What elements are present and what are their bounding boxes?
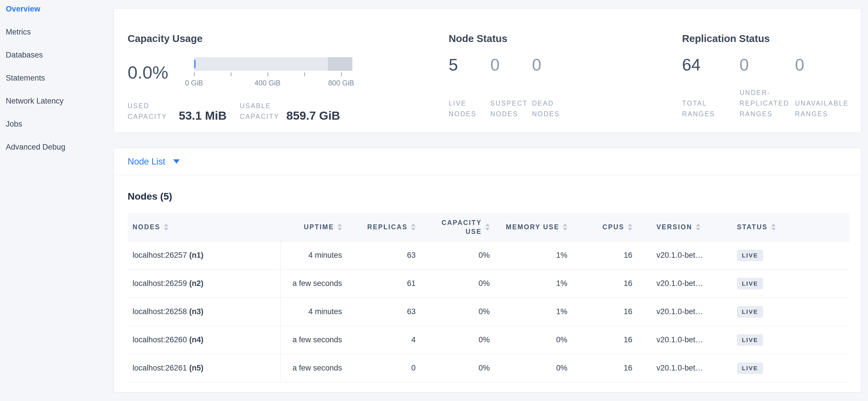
- capacity-use-cell: 0%: [423, 241, 500, 269]
- node-id: (n3): [189, 307, 204, 316]
- column-header-memory-use[interactable]: MEMORY USE: [500, 213, 578, 241]
- used-capacity-label: USED CAPACITY: [128, 101, 179, 122]
- cpus-cell: 16: [578, 298, 639, 326]
- cluster-summary-card: Capacity Usage 0.0% 0 GiB 400 GiB 800 Gi…: [114, 8, 861, 133]
- sort-icon: [771, 224, 776, 231]
- sidebar-item-metrics[interactable]: Metrics: [6, 21, 109, 44]
- table-row: localhost:26257(n1) 4 minutes 63 0% 1% 1…: [128, 241, 849, 269]
- dead-nodes-label: DEAD NODES: [532, 98, 574, 119]
- capacity-gauge: [194, 57, 352, 71]
- nodes-table-header: NODES UPTIME REPLICAS CAPACITY USE MEMOR…: [128, 213, 849, 241]
- nodes-heading: Nodes (5): [128, 191, 172, 202]
- version-cell: v20.1.0-bet…: [639, 298, 720, 326]
- memory-use-cell: 1%: [500, 269, 578, 297]
- sidebar-item-label: Overview: [6, 5, 40, 13]
- total-ranges-stat: 64 TOTAL RANGES: [682, 56, 740, 119]
- status-badge: LIVE: [737, 306, 763, 318]
- table-row: localhost:26258(n3) 4 minutes 63 0% 1% 1…: [128, 298, 849, 326]
- column-header-cpus[interactable]: CPUS: [578, 213, 639, 241]
- status-badge: LIVE: [737, 250, 763, 261]
- capacity-use-cell: 0%: [423, 354, 500, 382]
- version-cell: v20.1.0-bet…: [639, 241, 720, 269]
- sidebar-item-label: Databases: [6, 51, 43, 60]
- sidebar-item-advanced-debug[interactable]: Advanced Debug: [6, 136, 109, 159]
- capacity-use-cell: 0%: [423, 269, 500, 297]
- sort-icon: [563, 224, 567, 231]
- status-cell: LIVE: [720, 241, 849, 269]
- sort-icon: [411, 224, 415, 231]
- capacity-usage-title: Capacity Usage: [128, 33, 203, 44]
- cpus-cell: 16: [578, 354, 639, 382]
- unavailable-ranges-label: UNAVAILABLE RANGES: [795, 98, 862, 119]
- sort-icon: [164, 224, 168, 231]
- memory-use-cell: 1%: [500, 298, 578, 326]
- column-header-version[interactable]: VERSION: [639, 213, 720, 241]
- node-list-dropdown[interactable]: Node List: [114, 148, 861, 175]
- status-badge: LIVE: [737, 334, 763, 346]
- column-header-status[interactable]: STATUS: [720, 213, 849, 241]
- usable-capacity-value: 859.7 GiB: [286, 109, 340, 122]
- sort-icon: [696, 224, 701, 231]
- sidebar-nav: Overview Metrics Databases Statements Ne…: [6, 0, 109, 159]
- status-cell: LIVE: [720, 298, 849, 326]
- capacity-usage-section: Capacity Usage 0.0% 0 GiB 400 GiB 800 Gi…: [128, 9, 438, 133]
- sidebar-item-network-latency[interactable]: Network Latency: [6, 89, 109, 113]
- memory-use-cell: 0%: [500, 354, 578, 382]
- capacity-stats: USED CAPACITY 53.1 MiB USABLE CAPACITY 8…: [128, 101, 340, 122]
- used-capacity-value: 53.1 MiB: [179, 109, 226, 122]
- sidebar-item-label: Metrics: [6, 28, 31, 36]
- table-row: localhost:26259(n2) a few seconds 61 0% …: [128, 269, 849, 298]
- replicas-cell: 63: [348, 241, 423, 269]
- node-list-card: Node List Nodes (5) NODES UPTIME REPLICA…: [114, 148, 861, 392]
- memory-use-cell: 1%: [500, 241, 578, 269]
- live-nodes-label: LIVE NODES: [449, 98, 490, 119]
- capacity-percent: 0.0%: [128, 62, 168, 83]
- sort-icon: [485, 224, 490, 231]
- axis-label: 800 GiB: [328, 79, 354, 87]
- cpus-cell: 16: [578, 326, 639, 354]
- column-header-replicas[interactable]: REPLICAS: [348, 213, 423, 241]
- node-status-stats: 5 LIVE NODES 0 SUSPECT NODES 0 DEAD NODE…: [449, 56, 574, 119]
- sidebar: Overview Metrics Databases Statements Ne…: [0, 0, 109, 401]
- dead-nodes-value: 0: [532, 56, 574, 73]
- node-address-cell[interactable]: localhost:26260(n4): [128, 326, 281, 354]
- overview-page: Overview Metrics Databases Statements Ne…: [0, 0, 868, 401]
- uptime-cell: 4 minutes: [281, 298, 348, 326]
- sidebar-item-overview[interactable]: Overview: [6, 0, 109, 21]
- replicas-cell: 63: [348, 298, 423, 326]
- version-cell: v20.1.0-bet…: [639, 326, 720, 354]
- node-status-section: Node Status 5 LIVE NODES 0 SUSPECT NODES…: [449, 9, 661, 133]
- node-status-title: Node Status: [449, 33, 507, 44]
- sidebar-item-databases[interactable]: Databases: [6, 44, 109, 66]
- sidebar-item-statements[interactable]: Statements: [6, 66, 109, 89]
- node-address-cell[interactable]: localhost:26257(n1): [128, 241, 281, 269]
- table-row: localhost:26261(n5) a few seconds 0 0% 0…: [128, 354, 849, 382]
- unavailable-ranges-value: 0: [795, 56, 862, 73]
- uptime-cell: 4 minutes: [281, 241, 348, 269]
- sort-icon: [337, 224, 342, 231]
- sidebar-item-label: Jobs: [6, 120, 22, 128]
- axis-label: 400 GiB: [254, 79, 280, 87]
- status-cell: LIVE: [720, 269, 849, 297]
- status-badge: LIVE: [737, 363, 763, 374]
- version-cell: v20.1.0-bet…: [639, 269, 720, 297]
- column-header-uptime[interactable]: UPTIME: [281, 213, 348, 241]
- under-replicated-ranges-label: UNDER-REPLICATED RANGES: [740, 87, 795, 119]
- total-ranges-label: TOTAL RANGES: [682, 98, 740, 119]
- node-list-dropdown-label: Node List: [128, 156, 165, 167]
- capacity-use-cell: 0%: [423, 298, 500, 326]
- node-id: (n1): [189, 251, 204, 260]
- replicas-cell: 4: [348, 326, 423, 354]
- cpus-cell: 16: [578, 269, 639, 297]
- column-header-capacity-use[interactable]: CAPACITY USE: [423, 213, 500, 241]
- suspect-nodes-value: 0: [490, 56, 532, 73]
- usable-capacity-label: USABLE CAPACITY: [240, 101, 286, 122]
- node-address-cell[interactable]: localhost:26259(n2): [128, 269, 281, 297]
- replication-stats: 64 TOTAL RANGES 0 UNDER-REPLICATED RANGE…: [682, 56, 862, 119]
- sidebar-item-label: Advanced Debug: [6, 143, 65, 152]
- node-address-cell[interactable]: localhost:26261(n5): [128, 354, 281, 382]
- sidebar-item-jobs[interactable]: Jobs: [6, 113, 109, 136]
- replicas-cell: 0: [348, 354, 423, 382]
- column-header-nodes[interactable]: NODES: [128, 213, 281, 241]
- node-address-cell[interactable]: localhost:26258(n3): [128, 298, 281, 326]
